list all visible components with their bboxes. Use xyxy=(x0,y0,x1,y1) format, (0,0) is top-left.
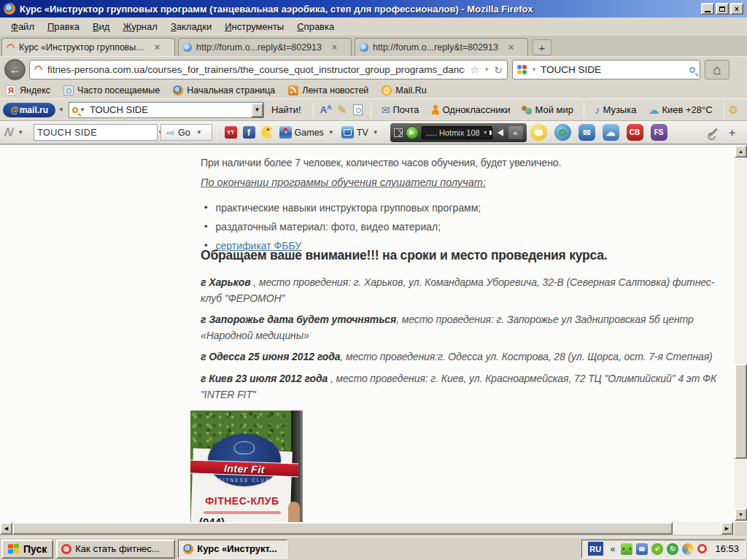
scroll-left-button[interactable]: ◀ xyxy=(0,522,12,534)
gear-icon[interactable]: ⚙ xyxy=(729,104,738,117)
tray-expand-icon[interactable]: « xyxy=(608,544,618,554)
scroll-right-button[interactable]: ▶ xyxy=(721,522,733,534)
url-text[interactable]: fitnes-persona.com.ua/courses_for_traine… xyxy=(47,64,465,75)
music-link[interactable]: ♪ Музыка xyxy=(595,104,636,116)
menu-tools[interactable]: Инструменты xyxy=(218,19,290,34)
scrollbar-corner xyxy=(735,522,747,534)
new-tab-button[interactable]: + xyxy=(533,39,551,55)
horizontal-scrollbar[interactable]: ◀ ▶ xyxy=(0,522,735,534)
close-button[interactable]: × xyxy=(730,3,743,15)
tv-label[interactable]: TV xyxy=(357,128,368,138)
minimize-button[interactable] xyxy=(701,3,714,15)
font-icon: AA xyxy=(320,104,332,115)
games-icon[interactable] xyxy=(279,126,292,139)
highlighter-button[interactable]: ✎ xyxy=(334,102,350,118)
tab-forum-2[interactable]: http://forum.o...reply&t=802913 × xyxy=(355,38,528,56)
games-label[interactable]: Games xyxy=(295,128,324,138)
bookmark-mailru[interactable]: @ Mail.Ru xyxy=(382,85,426,96)
find-button[interactable]: Найти! xyxy=(271,104,301,115)
tray-icon-antivirus[interactable]: ✓ xyxy=(651,543,663,555)
font-size-button[interactable]: AA xyxy=(318,102,334,118)
odnoklassniki-link[interactable]: Одноклассники xyxy=(431,104,511,115)
menu-history[interactable]: Журнал xyxy=(116,19,163,34)
tab-close-icon[interactable]: × xyxy=(153,42,161,52)
search-engine-dropdown-icon[interactable]: ▼ xyxy=(531,66,537,73)
speaker-icon[interactable] xyxy=(498,129,503,136)
pacman-game-icon[interactable] xyxy=(261,126,274,139)
my-world-link[interactable]: Мой мир xyxy=(522,104,573,115)
games-dropdown-icon[interactable]: ▼ xyxy=(328,129,334,136)
fs-icon[interactable]: FS xyxy=(651,124,667,141)
tab-forum-1[interactable]: http://forum.o...reply&t=802913 × xyxy=(178,38,352,56)
start-button[interactable]: Пуск xyxy=(1,540,53,559)
address-bar[interactable]: fitnes-persona.com.ua/courses_for_traine… xyxy=(29,60,508,79)
player-collapse-button[interactable]: « xyxy=(508,126,523,139)
cb-icon[interactable]: CB xyxy=(627,124,643,141)
tv-dropdown-icon[interactable]: ▼ xyxy=(373,129,379,136)
bookmark-news-feed[interactable]: Лента новостей xyxy=(288,85,368,96)
bookmark-star-icon[interactable]: ☆ xyxy=(470,63,479,77)
tv-icon[interactable] xyxy=(341,126,354,139)
preview-button[interactable] xyxy=(350,102,366,118)
facebook-icon[interactable]: f xyxy=(243,126,255,139)
weather-widget-icon[interactable] xyxy=(603,124,619,141)
tray-icon-qip[interactable] xyxy=(621,543,632,555)
brand-dropdown-icon[interactable]: ▼ xyxy=(18,129,23,136)
menu-view[interactable]: Вид xyxy=(86,19,117,34)
menu-bookmarks[interactable]: Закладки xyxy=(164,19,218,34)
mailru-mail-link[interactable]: ✉ Почта xyxy=(382,104,419,116)
photo-globe-icon[interactable] xyxy=(554,124,571,141)
home-button[interactable]: ⌂ xyxy=(705,60,729,79)
youtube-icon[interactable]: YT xyxy=(225,126,237,139)
wrench-icon[interactable] xyxy=(709,128,718,136)
vertical-scroll-thumb[interactable] xyxy=(735,364,747,459)
restore-button[interactable] xyxy=(716,3,729,15)
search-bar[interactable]: ▼ TOUCH SIDE xyxy=(512,60,700,79)
vertical-scrollbar[interactable]: ▲ ▼ xyxy=(735,145,747,522)
taskbar-item-opera[interactable]: Как стать фитнес... xyxy=(56,540,175,559)
mailru-logo-dropdown-icon[interactable]: ▼ xyxy=(58,106,64,113)
menu-help[interactable]: Справка xyxy=(290,19,341,34)
mailru-logo[interactable]: @mail.ru xyxy=(3,103,55,117)
menu-edit[interactable]: Правка xyxy=(41,19,86,34)
player-expand-icon[interactable] xyxy=(394,128,403,137)
tray-icon-updater[interactable]: ↻ xyxy=(667,543,678,555)
tray-icon-download-manager[interactable] xyxy=(682,543,694,555)
reload-icon[interactable]: ↻ xyxy=(494,64,503,76)
back-button[interactable]: ← xyxy=(4,59,26,80)
mailru-search-input[interactable] xyxy=(87,104,251,115)
mailru-combo-dropdown[interactable]: ▼ xyxy=(251,103,263,117)
go-button[interactable]: ⇨ Go ▼ xyxy=(160,124,212,141)
search-icon[interactable] xyxy=(689,67,695,73)
bookmark-home-page[interactable]: Начальная страница xyxy=(173,85,275,96)
horizontal-scroll-thumb[interactable] xyxy=(12,522,673,534)
add-widget-button[interactable]: + xyxy=(729,126,735,139)
menu-file[interactable]: Файл xyxy=(4,19,41,34)
tab-close-icon[interactable]: × xyxy=(330,42,338,52)
city-lead: г Харьков xyxy=(201,276,251,288)
webmail-icon[interactable] xyxy=(578,124,595,141)
search-input[interactable]: TOUCH SIDE xyxy=(541,64,686,75)
player-play-button[interactable]: ▶ xyxy=(406,126,419,139)
taskbar-item-firefox[interactable]: Курс «Инструкт... xyxy=(178,540,287,559)
toolbar-search-input[interactable] xyxy=(37,128,155,138)
mailru-search-dropdown-icon[interactable]: ▼ xyxy=(80,106,85,113)
player-station-select[interactable]: ..... Hotmix 108 ▼ xyxy=(422,126,492,139)
scroll-up-button[interactable]: ▲ xyxy=(735,145,747,158)
city-details: , место проведения:г. Одесса ул. Костров… xyxy=(340,351,712,362)
chat-icon[interactable] xyxy=(530,124,547,141)
toolbar-brand-icon[interactable]: N xyxy=(4,125,15,140)
scroll-down-button[interactable]: ▼ xyxy=(735,508,747,521)
bookmark-yandex[interactable]: Я Яндекс xyxy=(6,85,50,96)
paragraph-note: При наличии более 7 человек, количество … xyxy=(201,157,561,168)
mailru-logo-text: mail.ru xyxy=(20,105,48,115)
url-dropdown-icon[interactable]: ▼ xyxy=(484,66,489,73)
language-indicator[interactable]: RU xyxy=(588,542,603,556)
tray-icon-opera[interactable] xyxy=(697,544,707,553)
desktop-screen: Курс «Инструктор групповых программ (тан… xyxy=(0,0,747,560)
tab-close-icon[interactable]: × xyxy=(507,42,515,52)
tray-icon-network[interactable] xyxy=(636,543,648,555)
tab-course[interactable]: Курс «Инструктор групповы... × xyxy=(1,38,175,56)
bookmark-frequent[interactable]: Часто посещаемые xyxy=(63,85,160,96)
weather-link[interactable]: ☁ Киев +28°C xyxy=(648,104,712,117)
